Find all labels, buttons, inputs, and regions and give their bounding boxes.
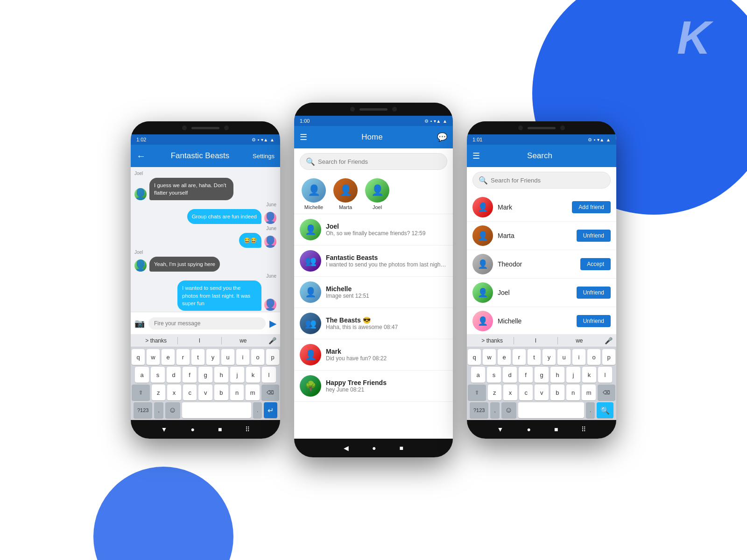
- key-v[interactable]: v: [198, 385, 212, 400]
- friend-item-theodor[interactable]: 👤 Theodor Accept: [467, 250, 616, 279]
- message-input[interactable]: [148, 317, 266, 329]
- friend-item-mark[interactable]: 👤 Mark Add friend: [467, 193, 616, 222]
- nav-back[interactable]: ▼: [161, 426, 168, 433]
- key-123[interactable]: ?123: [134, 402, 152, 418]
- r-key-emoji[interactable]: ☺: [501, 402, 516, 418]
- key-o[interactable]: o: [251, 349, 264, 365]
- unfriend-marta[interactable]: Unfriend: [577, 230, 611, 242]
- r-key-d[interactable]: d: [503, 367, 517, 383]
- key-f[interactable]: f: [183, 367, 197, 383]
- r-key-k[interactable]: k: [582, 367, 596, 383]
- key-b[interactable]: b: [214, 385, 228, 400]
- nav-recent[interactable]: ■: [218, 426, 222, 433]
- mic-icon[interactable]: 🎤: [268, 337, 276, 344]
- nav-back-r[interactable]: ▼: [497, 426, 504, 433]
- nav-grid-r[interactable]: ⠿: [581, 426, 586, 433]
- key-h[interactable]: h: [214, 367, 228, 383]
- key-w[interactable]: w: [147, 349, 160, 365]
- featured-michelle[interactable]: 👤 Michelle: [302, 178, 326, 210]
- r-suggestion-2[interactable]: I: [514, 337, 557, 344]
- r-key-c[interactable]: c: [519, 385, 533, 400]
- r-key-i[interactable]: i: [572, 349, 585, 365]
- nav-home-c[interactable]: ●: [372, 444, 376, 452]
- r-key-search[interactable]: 🔍: [597, 402, 613, 418]
- r-key-shift[interactable]: ⇧: [468, 385, 486, 400]
- settings-button[interactable]: Settings: [253, 153, 275, 160]
- add-friend-mark[interactable]: Add friend: [572, 201, 611, 213]
- key-z[interactable]: z: [152, 385, 166, 400]
- r-key-v[interactable]: v: [535, 385, 549, 400]
- nav-home-r[interactable]: ●: [527, 426, 530, 433]
- right-search-bar[interactable]: 🔍: [472, 172, 611, 189]
- r-key-n[interactable]: n: [566, 385, 580, 400]
- r-key-o[interactable]: o: [587, 349, 600, 365]
- r-key-u[interactable]: u: [557, 349, 571, 365]
- chat-item-michelle[interactable]: 👤 Michelle Image sent 12:51: [294, 277, 453, 308]
- chat-item-joel[interactable]: 👤 Joel Oh, so we finally became friends?…: [294, 214, 453, 245]
- accept-theodor[interactable]: Accept: [580, 258, 611, 270]
- r-key-r[interactable]: r: [513, 349, 526, 365]
- featured-joel[interactable]: 👤 Joel: [365, 178, 389, 210]
- key-g[interactable]: g: [198, 367, 212, 383]
- key-c[interactable]: c: [183, 385, 197, 400]
- key-t[interactable]: t: [191, 349, 204, 365]
- key-n[interactable]: n: [230, 385, 244, 400]
- key-m[interactable]: m: [246, 385, 260, 400]
- key-shift[interactable]: ⇧: [132, 385, 150, 400]
- r-key-space[interactable]: [518, 402, 584, 418]
- r-key-l[interactable]: l: [598, 367, 612, 383]
- suggestion-3[interactable]: we: [222, 337, 265, 344]
- r-key-123[interactable]: ?123: [470, 402, 488, 418]
- key-u[interactable]: u: [221, 349, 234, 365]
- r-key-g[interactable]: g: [535, 367, 549, 383]
- key-space[interactable]: [182, 402, 251, 418]
- menu-button-center[interactable]: ☰: [300, 132, 307, 142]
- r-key-comma[interactable]: ,: [490, 402, 499, 418]
- key-enter[interactable]: ↵: [264, 402, 277, 418]
- r-key-h[interactable]: h: [550, 367, 564, 383]
- key-p[interactable]: p: [266, 349, 279, 365]
- chat-item-mark[interactable]: 👤 Mark Did you have fun? 08:22: [294, 339, 453, 371]
- r-key-w[interactable]: w: [483, 349, 496, 365]
- nav-home[interactable]: ●: [190, 426, 194, 433]
- unfriend-michelle[interactable]: Unfriend: [577, 315, 611, 327]
- friend-item-michelle[interactable]: 👤 Michelle Unfriend: [467, 307, 616, 334]
- suggestion-1[interactable]: > thanks: [134, 337, 177, 344]
- key-period[interactable]: .: [253, 402, 262, 418]
- key-y[interactable]: y: [206, 349, 219, 365]
- send-button[interactable]: ▶: [269, 318, 276, 329]
- friend-item-marta[interactable]: 👤 Marta Unfriend: [467, 222, 616, 250]
- center-search-bar[interactable]: 🔍: [300, 153, 447, 170]
- r-key-s[interactable]: s: [487, 367, 501, 383]
- suggestion-2[interactable]: I: [178, 337, 221, 344]
- r-key-x[interactable]: x: [503, 385, 517, 400]
- r-key-f[interactable]: f: [519, 367, 533, 383]
- back-button-left[interactable]: ←: [136, 151, 146, 161]
- menu-button-right[interactable]: ☰: [472, 151, 480, 161]
- key-j[interactable]: j: [230, 367, 244, 383]
- chat-item-happy[interactable]: 🌳 Happy Tree Friends hey June 08:21: [294, 371, 453, 402]
- key-d[interactable]: d: [167, 367, 181, 383]
- nav-recent-c[interactable]: ■: [400, 444, 403, 452]
- center-search-input[interactable]: [318, 158, 441, 165]
- nav-grid[interactable]: ⠿: [245, 426, 250, 433]
- r-key-y[interactable]: y: [543, 349, 556, 365]
- r-key-p[interactable]: p: [602, 349, 615, 365]
- key-a[interactable]: a: [135, 367, 149, 383]
- camera-button[interactable]: 📷: [134, 318, 145, 329]
- r-suggestion-1[interactable]: > thanks: [471, 337, 514, 344]
- r-key-e[interactable]: e: [498, 349, 511, 365]
- nav-recent-r[interactable]: ■: [554, 426, 558, 433]
- mic-icon-right[interactable]: 🎤: [605, 337, 613, 344]
- chat-item-fantastic[interactable]: 👥 Fantastic Beasts I wanted to send you …: [294, 245, 453, 277]
- key-q[interactable]: q: [132, 349, 145, 365]
- r-key-b[interactable]: b: [550, 385, 564, 400]
- r-key-m[interactable]: m: [582, 385, 596, 400]
- key-l[interactable]: l: [262, 367, 276, 383]
- unfriend-joel[interactable]: Unfriend: [577, 287, 611, 299]
- r-key-j[interactable]: j: [566, 367, 580, 383]
- r-key-t[interactable]: t: [528, 349, 541, 365]
- r-key-a[interactable]: a: [471, 367, 485, 383]
- chat-item-beasts[interactable]: 👥 The Beasts 😎 Haha, this is awesome 08:…: [294, 308, 453, 339]
- key-k[interactable]: k: [246, 367, 260, 383]
